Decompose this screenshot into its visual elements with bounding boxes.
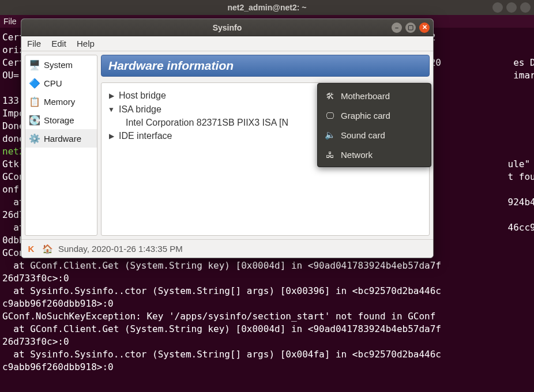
ctx-label: Graphic card: [341, 111, 390, 120]
terminal-close-button[interactable]: [520, 2, 531, 13]
sysinfo-menubar: File Edit Help: [21, 36, 433, 51]
sysinfo-titlebar[interactable]: Sysinfo – ▢ ✕: [21, 19, 433, 36]
sidebar-item-label: Storage: [44, 115, 74, 125]
sidebar-item-label: Memory: [44, 97, 75, 107]
tree-label: Host bridge: [119, 91, 166, 101]
storage-icon: 💽: [29, 114, 40, 126]
context-item-sound-card[interactable]: 🔈 Sound card: [318, 125, 431, 145]
context-item-network[interactable]: 🖧 Network: [318, 145, 431, 164]
memory-icon: 📋: [29, 96, 40, 107]
menu-help[interactable]: Help: [77, 39, 95, 48]
menu-file[interactable]: File: [27, 39, 41, 48]
network-icon: 🖧: [325, 149, 335, 160]
home-icon[interactable]: 🏠: [42, 244, 52, 254]
sidebar-item-cpu[interactable]: 🔷 CPU: [25, 74, 97, 92]
sidebar-item-label: Hardware: [44, 134, 81, 144]
terminal-title: net2_admin@net2: ~: [228, 3, 307, 12]
sysinfo-close-button[interactable]: ✕: [419, 22, 430, 33]
monitor-icon: 🖵: [325, 110, 335, 120]
sidebar-item-system[interactable]: 🖥️ System: [25, 55, 97, 74]
terminal-menu-file[interactable]: File: [3, 17, 17, 26]
sysinfo-statusbar: K 🏠 Sunday, 2020-01-26 1:43:35 PM: [21, 239, 433, 258]
terminal-minimize-button[interactable]: [492, 2, 503, 13]
sysinfo-title: Sysinfo: [213, 23, 242, 32]
tree-child-label: Intel Corporation 82371SB PIIX3 ISA [N: [126, 118, 288, 127]
main-title: Hardware information: [101, 55, 430, 77]
ctx-label: Motherboard: [341, 91, 390, 101]
tools-icon: 🛠: [325, 91, 335, 101]
sysinfo-maximize-button[interactable]: ▢: [405, 22, 416, 33]
tree-label: IDE interface: [119, 131, 172, 141]
hardware-tree[interactable]: ▶ Host bridge ▼ ISA bridge Intel Corpora…: [101, 82, 430, 236]
menu-edit[interactable]: Edit: [51, 39, 66, 48]
sysinfo-main: Hardware information ▶ Host bridge ▼ ISA…: [101, 55, 430, 236]
speaker-icon: 🔈: [325, 130, 335, 140]
terminal-maximize-button[interactable]: [506, 2, 517, 13]
sidebar-item-hardware[interactable]: ⚙️ Hardware: [25, 129, 97, 148]
sidebar-item-memory[interactable]: 📋 Memory: [25, 92, 97, 111]
back-icon[interactable]: K: [26, 244, 36, 254]
sidebar-item-storage[interactable]: 💽 Storage: [25, 111, 97, 129]
ctx-label: Sound card: [341, 130, 385, 140]
sysinfo-minimize-button[interactable]: –: [392, 22, 402, 33]
computer-icon: 🖥️: [29, 59, 40, 70]
sysinfo-sidebar: 🖥️ System 🔷 CPU 📋 Memory 💽 Storage ⚙️ Ha…: [25, 55, 97, 236]
gear-icon: ⚙️: [29, 133, 40, 144]
ctx-label: Network: [341, 150, 373, 160]
context-item-graphic-card[interactable]: 🖵 Graphic card: [318, 105, 431, 125]
cpu-icon: 🔷: [29, 77, 40, 89]
context-menu: 🛠 Motherboard 🖵 Graphic card 🔈 Sound car…: [317, 83, 431, 167]
sidebar-item-label: System: [44, 60, 73, 70]
context-item-motherboard[interactable]: 🛠 Motherboard: [318, 86, 431, 105]
expanded-arrow-icon: ▼: [107, 105, 115, 114]
terminal-titlebar: net2_admin@net2: ~: [0, 0, 534, 15]
status-timestamp: Sunday, 2020-01-26 1:43:35 PM: [58, 244, 183, 254]
sysinfo-window: Sysinfo – ▢ ✕ File Edit Help 🖥️ System 🔷…: [21, 18, 434, 258]
tree-label: ISA bridge: [119, 104, 161, 115]
collapsed-arrow-icon: ▶: [107, 92, 115, 100]
sidebar-item-label: CPU: [44, 78, 62, 88]
collapsed-arrow-icon: ▶: [107, 132, 115, 140]
